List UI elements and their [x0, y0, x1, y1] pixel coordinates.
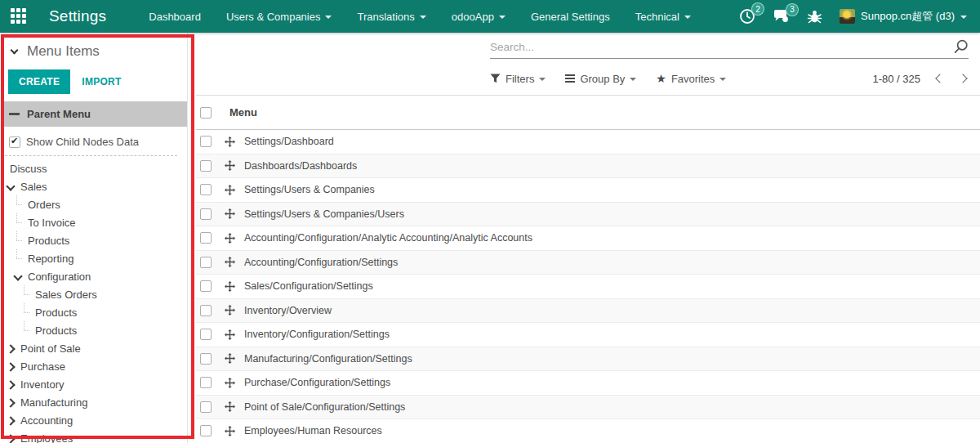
table-row[interactable]: Employees/Human Resources — [196, 419, 980, 443]
tree-item-label: Sales — [20, 181, 47, 193]
topbar-menu-item[interactable]: Translations — [357, 11, 425, 23]
table-row[interactable]: Point of Sale/Configuration/Settings — [196, 396, 980, 420]
debug-button[interactable] — [807, 9, 822, 25]
drag-handle-icon[interactable] — [225, 378, 235, 388]
sidebar-tree-item[interactable]: To Invoice — [0, 213, 187, 231]
tree-node-icon[interactable] — [20, 303, 31, 321]
chevron-down-icon[interactable] — [11, 47, 19, 55]
filters-dropdown[interactable]: Filters — [490, 73, 546, 85]
table-row[interactable]: Purchase/Configuration/Settings — [196, 371, 980, 396]
sidebar-tree-item[interactable]: Sales Orders — [0, 285, 187, 303]
groupby-dropdown[interactable]: Group By — [565, 73, 636, 85]
sidebar-tree-item[interactable]: Orders — [0, 195, 187, 213]
pager-next-button[interactable] — [958, 74, 967, 83]
row-checkbox[interactable] — [200, 305, 212, 316]
row-checkbox[interactable] — [200, 401, 212, 413]
tree-node-icon[interactable] — [6, 393, 16, 411]
topbar-menu-item[interactable]: General Settings — [531, 11, 610, 23]
table-row[interactable]: Inventory/Overview — [196, 299, 980, 324]
sidebar-tree-item[interactable]: Manufacturing — [0, 393, 187, 411]
topbar-menu-item[interactable]: Technical — [635, 11, 691, 23]
user-menu[interactable]: Sunpop.cn超管 (d3) — [840, 9, 967, 24]
table-row[interactable]: Accounting/Configuration/Settings — [196, 251, 980, 275]
tree-node-icon[interactable] — [20, 285, 31, 303]
tree-node-icon[interactable] — [6, 339, 16, 357]
drag-handle-icon[interactable] — [225, 136, 235, 147]
drag-handle-icon[interactable] — [225, 281, 235, 292]
menu-path: Accounting/Configuration/Analytic Accoun… — [244, 232, 532, 244]
menu-path: Manufacturing/Configuration/Settings — [244, 353, 412, 365]
search-input[interactable] — [490, 41, 947, 53]
tree-node-icon[interactable] — [13, 249, 24, 267]
messages-button[interactable]: 3 — [773, 9, 790, 25]
sidebar-tree-item[interactable]: Purchase — [0, 357, 187, 375]
create-button[interactable]: CREATE — [8, 69, 70, 94]
sidebar-tree-item[interactable]: Accounting — [0, 411, 187, 429]
row-checkbox[interactable] — [200, 280, 212, 292]
import-button[interactable]: IMPORT — [82, 76, 121, 87]
table-row[interactable]: Settings/Users & Companies/Users — [196, 203, 980, 227]
row-checkbox[interactable] — [200, 377, 212, 388]
tree-node-icon[interactable] — [6, 357, 16, 375]
row-checkbox[interactable] — [200, 425, 212, 436]
row-checkbox[interactable] — [200, 257, 212, 268]
row-checkbox[interactable] — [200, 329, 212, 340]
drag-handle-icon[interactable] — [225, 426, 235, 436]
tree-node-icon[interactable] — [6, 411, 16, 429]
sidebar-tree-item[interactable]: Employees — [0, 429, 187, 443]
row-checkbox[interactable] — [200, 184, 212, 195]
table-row[interactable]: Dashboards/Dashboards — [196, 154, 980, 179]
table-row[interactable]: Sales/Configuration/Settings — [196, 275, 980, 299]
search-icon[interactable] — [953, 39, 969, 55]
tree-node-icon[interactable] — [6, 429, 16, 443]
tree-node-icon[interactable] — [6, 375, 16, 393]
drag-handle-icon[interactable] — [225, 329, 235, 340]
tree-node-icon[interactable] — [20, 321, 31, 339]
show-child-nodes-checkbox[interactable] — [9, 136, 20, 148]
topbar-menu-item[interactable]: Dashboard — [149, 11, 201, 23]
table-row[interactable]: Settings/Dashboard — [196, 130, 980, 154]
row-checkbox[interactable] — [200, 232, 212, 244]
table-row[interactable]: Accounting/Configuration/Analytic Accoun… — [196, 226, 980, 251]
parent-menu-group-header[interactable]: Parent Menu — [4, 101, 187, 127]
sidebar-tree-item[interactable]: Inventory — [0, 375, 187, 393]
pager-previous-button[interactable] — [935, 74, 944, 83]
topbar-menu-item[interactable]: Users & Companies — [226, 11, 332, 23]
tree-node-icon[interactable] — [13, 195, 24, 213]
favorites-dropdown[interactable]: ★ Favorites — [656, 73, 726, 85]
row-checkbox[interactable] — [200, 136, 212, 147]
drag-handle-icon[interactable] — [225, 185, 235, 195]
activities-button[interactable]: 2 — [739, 8, 755, 25]
tree-node-icon[interactable] — [6, 177, 16, 195]
drag-handle-icon[interactable] — [225, 233, 235, 244]
sidebar-tree-item[interactable]: Discuss — [0, 159, 187, 177]
sidebar-tree-item[interactable]: Sales — [0, 177, 187, 195]
row-checkbox[interactable] — [200, 160, 212, 172]
row-checkbox[interactable] — [200, 353, 212, 365]
drag-handle-icon[interactable] — [225, 160, 235, 171]
topbar-menu-item[interactable]: odooApp — [452, 11, 506, 23]
sidebar-tree-item[interactable]: Products — [0, 303, 187, 321]
tree-node-icon[interactable] — [13, 267, 24, 285]
sidebar-tree-item[interactable]: Products — [0, 321, 187, 339]
tree-node-icon[interactable] — [13, 213, 24, 231]
row-checkbox[interactable] — [200, 208, 212, 220]
drag-handle-icon[interactable] — [225, 401, 235, 412]
apps-grid-icon[interactable] — [11, 8, 27, 25]
group-header-label: Parent Menu — [27, 108, 91, 120]
tree-node-icon[interactable] — [13, 231, 24, 249]
table-row[interactable]: Settings/Users & Companies — [196, 178, 980, 203]
table-row[interactable]: Manufacturing/Configuration/Settings — [196, 347, 980, 372]
app-title[interactable]: Settings — [49, 7, 106, 25]
sidebar-tree-item[interactable]: Products — [0, 231, 187, 249]
sidebar-tree-item[interactable]: Reporting — [0, 249, 187, 267]
select-all-checkbox[interactable] — [200, 107, 212, 119]
drag-handle-icon[interactable] — [225, 208, 235, 219]
drag-handle-icon[interactable] — [225, 353, 235, 364]
drag-handle-icon[interactable] — [225, 257, 235, 267]
caret-down-icon — [684, 16, 691, 19]
drag-handle-icon[interactable] — [225, 305, 235, 315]
table-row[interactable]: Inventory/Configuration/Settings — [196, 323, 980, 347]
sidebar-tree-item[interactable]: Configuration — [0, 267, 187, 285]
sidebar-tree-item[interactable]: Point of Sale — [0, 339, 187, 357]
